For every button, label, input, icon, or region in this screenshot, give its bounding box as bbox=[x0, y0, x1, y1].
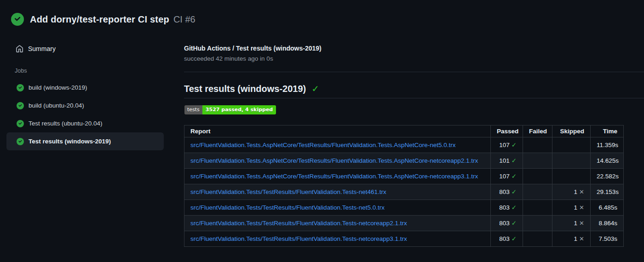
report-link[interactable]: src/FluentValidation.Tests/TestResults/F… bbox=[190, 235, 407, 242]
passed-cell-value: 107 bbox=[499, 142, 510, 148]
table-row: src/FluentValidation.Tests.AspNetCore/Te… bbox=[184, 137, 624, 153]
skipped-cross-icon: ✕ bbox=[579, 204, 584, 211]
skipped-cell bbox=[552, 137, 591, 153]
time-cell: 8.864s bbox=[591, 216, 624, 231]
home-icon bbox=[16, 45, 23, 53]
skipped-cell-value: 1 bbox=[574, 188, 578, 195]
passed-cell-value: 803 bbox=[499, 220, 510, 227]
report-cell: src/FluentValidation.Tests.AspNetCore/Te… bbox=[184, 153, 491, 169]
passed-check-icon: ✓ bbox=[512, 188, 517, 195]
section-heading: Test results (windows-2019) ✓ bbox=[184, 83, 319, 95]
divider bbox=[184, 72, 644, 72]
passed-cell-value: 107 bbox=[499, 173, 510, 180]
skipped-cell-value: 1 bbox=[574, 220, 578, 227]
table-row: src/FluentValidation.Tests/TestResults/F… bbox=[184, 231, 624, 247]
job-label: Test results (windows-2019) bbox=[29, 138, 111, 145]
sidebar-item-summary[interactable]: Summary bbox=[6, 40, 164, 57]
passed-cell-value: 803 bbox=[499, 188, 510, 195]
job-list: build (windows-2019)build (ubuntu-20.04)… bbox=[6, 79, 164, 150]
report-cell: src/FluentValidation.Tests/TestResults/F… bbox=[184, 200, 491, 216]
time-cell-value: 29.153s bbox=[597, 188, 619, 195]
report-cell: src/FluentValidation.Tests.AspNetCore/Te… bbox=[184, 137, 491, 153]
time-cell-value: 22.582s bbox=[597, 173, 619, 180]
sidebar: Summary Jobs build (windows-2019)build (… bbox=[6, 40, 164, 150]
job-check-icon bbox=[17, 102, 24, 109]
time-cell-value: 8.864s bbox=[598, 220, 617, 227]
column-header-failed: Failed bbox=[523, 125, 552, 137]
report-cell: src/FluentValidation.Tests/TestResults/F… bbox=[184, 216, 491, 231]
passed-cell: 803✓ bbox=[491, 200, 523, 216]
time-cell: 22.582s bbox=[591, 169, 624, 184]
main-content: GitHub Actions / Test results (windows-2… bbox=[184, 0, 644, 262]
skipped-cell-value: 1 bbox=[574, 235, 578, 242]
failed-cell bbox=[523, 137, 552, 153]
failed-cell bbox=[523, 153, 552, 169]
report-cell: src/FluentValidation.Tests.AspNetCore/Te… bbox=[184, 169, 491, 184]
report-link[interactable]: src/FluentValidation.Tests.AspNetCore/Te… bbox=[190, 142, 456, 148]
test-results-table: ReportPassedFailedSkippedTime src/Fluent… bbox=[184, 125, 624, 247]
passed-cell-value: 101 bbox=[499, 157, 510, 164]
failed-cell bbox=[523, 216, 552, 231]
divider bbox=[184, 98, 644, 98]
skipped-cross-icon: ✕ bbox=[579, 188, 584, 195]
job-check-icon bbox=[17, 120, 24, 127]
failed-cell bbox=[523, 184, 552, 200]
skipped-cross-icon: ✕ bbox=[579, 220, 584, 227]
time-cell-value: 14.625s bbox=[597, 157, 619, 164]
report-link[interactable]: src/FluentValidation.Tests/TestResults/F… bbox=[190, 220, 407, 227]
tests-badge: tests 3527 passed, 4 skipped bbox=[184, 105, 276, 114]
passed-cell: 803✓ bbox=[491, 231, 523, 247]
skipped-cell: 1✕ bbox=[552, 231, 591, 247]
passed-check-icon: ✓ bbox=[512, 173, 517, 180]
passed-check-icon: ✓ bbox=[512, 220, 517, 227]
table-row: src/FluentValidation.Tests/TestResults/F… bbox=[184, 184, 624, 200]
table-row: src/FluentValidation.Tests/TestResults/F… bbox=[184, 200, 624, 216]
job-check-icon bbox=[17, 84, 24, 91]
skipped-cell-value: 1 bbox=[574, 204, 578, 211]
time-cell: 11.359s bbox=[591, 137, 624, 153]
passed-cell: 803✓ bbox=[491, 184, 523, 200]
sidebar-item-job-3[interactable]: Test results (windows-2019) bbox=[6, 132, 164, 150]
passed-check-icon: ✓ bbox=[512, 235, 517, 242]
sidebar-item-job-1[interactable]: build (ubuntu-20.04) bbox=[6, 97, 164, 114]
report-link[interactable]: src/FluentValidation.Tests/TestResults/F… bbox=[190, 204, 385, 211]
section-heading-text: Test results (windows-2019) bbox=[184, 83, 306, 95]
report-link[interactable]: src/FluentValidation.Tests.AspNetCore/Te… bbox=[190, 173, 478, 180]
passed-cell: 101✓ bbox=[491, 153, 523, 169]
report-link[interactable]: src/FluentValidation.Tests.AspNetCore/Te… bbox=[190, 157, 478, 164]
heading-check-icon: ✓ bbox=[311, 83, 319, 95]
passed-check-icon: ✓ bbox=[512, 142, 517, 148]
check-run-title: GitHub Actions / Test results (windows-2… bbox=[184, 45, 322, 52]
job-label: Test results (ubuntu-20.04) bbox=[29, 120, 103, 127]
column-header-time: Time bbox=[591, 125, 624, 137]
passed-check-icon: ✓ bbox=[512, 157, 517, 164]
failed-cell bbox=[523, 169, 552, 184]
time-cell-value: 11.359s bbox=[597, 142, 618, 148]
sidebar-item-job-0[interactable]: build (windows-2019) bbox=[6, 79, 164, 97]
job-check-icon bbox=[17, 138, 24, 145]
report-cell: src/FluentValidation.Tests/TestResults/F… bbox=[184, 231, 491, 247]
run-header: Add dorny/test-reporter CI step CI #6 bbox=[11, 13, 196, 26]
report-link[interactable]: src/FluentValidation.Tests/TestResults/F… bbox=[190, 188, 386, 195]
passed-cell-value: 803 bbox=[499, 204, 510, 211]
tests-badge-label: tests bbox=[184, 105, 202, 114]
passed-cell: 107✓ bbox=[491, 169, 523, 184]
job-label: build (ubuntu-20.04) bbox=[29, 102, 84, 109]
skipped-cell bbox=[552, 169, 591, 184]
time-cell: 7.503s bbox=[591, 231, 624, 247]
table-row: src/FluentValidation.Tests.AspNetCore/Te… bbox=[184, 169, 624, 184]
sidebar-item-job-2[interactable]: Test results (ubuntu-20.04) bbox=[6, 114, 164, 132]
run-title: Add dorny/test-reporter CI step bbox=[30, 14, 169, 25]
passed-cell-value: 803 bbox=[499, 235, 510, 242]
column-header-report: Report bbox=[184, 125, 491, 137]
passed-check-icon: ✓ bbox=[512, 204, 517, 211]
time-cell-value: 7.503s bbox=[598, 235, 617, 242]
skipped-cross-icon: ✕ bbox=[579, 235, 584, 242]
table-row: src/FluentValidation.Tests.AspNetCore/Te… bbox=[184, 153, 624, 169]
run-status-check-icon bbox=[11, 13, 24, 26]
column-header-passed: Passed bbox=[491, 125, 523, 137]
table-header-row: ReportPassedFailedSkippedTime bbox=[184, 125, 624, 137]
time-cell-value: 6.485s bbox=[598, 204, 617, 211]
table-row: src/FluentValidation.Tests/TestResults/F… bbox=[184, 216, 624, 231]
tests-badge-value: 3527 passed, 4 skipped bbox=[202, 105, 276, 114]
